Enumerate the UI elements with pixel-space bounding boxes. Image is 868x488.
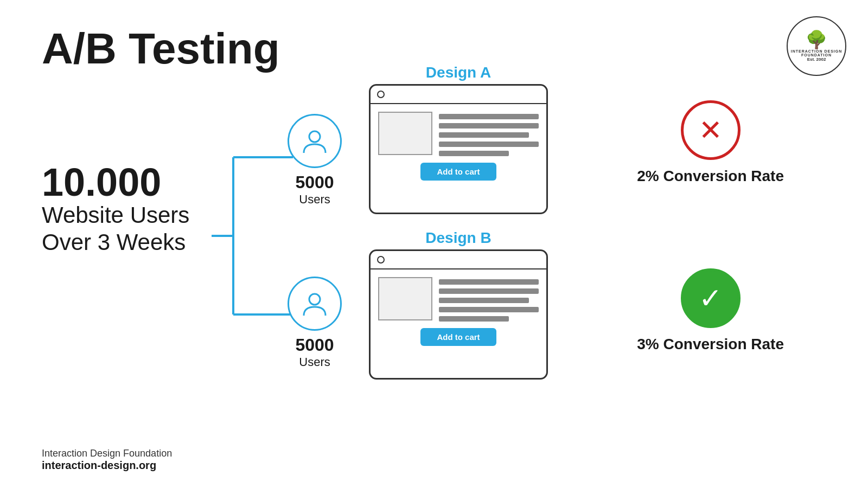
user-group-b: 5000 Users: [288, 277, 342, 369]
svg-point-4: [309, 131, 320, 142]
browser-a: Add to cart: [369, 84, 548, 214]
result-a-circle: ✕: [681, 100, 741, 160]
svg-point-5: [309, 294, 320, 305]
browser-b-dot: [377, 256, 385, 264]
user-label-b: Users: [288, 355, 342, 369]
users-label: Website Users Over 3 Weeks: [42, 202, 189, 256]
browser-a-image: [378, 112, 432, 155]
result-b-circle: ✓: [681, 268, 741, 328]
result-b: ✓ 3% Conversion Rate: [637, 268, 784, 353]
line2: [439, 288, 539, 294]
page-title: A/B Testing: [42, 25, 280, 73]
line3: [439, 298, 529, 303]
browser-b: Add to cart: [369, 249, 548, 380]
logo-text: INTERACTION DESIGNFOUNDATION: [791, 49, 843, 57]
logo: 🌳 INTERACTION DESIGNFOUNDATION Est. 2002: [787, 16, 846, 76]
user-count-b: 5000: [288, 335, 342, 355]
browser-b-lines: [439, 277, 539, 322]
design-b-label: Design B: [369, 229, 548, 247]
user-group-a: 5000 Users: [288, 114, 342, 207]
user-count-a: 5000: [288, 172, 342, 192]
design-a-label: Design A: [369, 64, 548, 81]
line2: [439, 123, 539, 129]
line4: [439, 142, 539, 147]
fail-icon: ✕: [699, 116, 723, 144]
logo-tree-icon: 🌳: [806, 31, 827, 48]
line3: [439, 132, 529, 138]
line1: [439, 114, 539, 119]
line5: [439, 151, 509, 156]
line5: [439, 316, 509, 322]
line1: [439, 279, 539, 285]
line4: [439, 307, 539, 312]
users-number: 10.000: [42, 163, 189, 202]
user-circle-b: [288, 277, 342, 331]
footer: Interaction Design Foundation interactio…: [42, 448, 172, 472]
logo-est: Est. 2002: [807, 57, 826, 62]
result-a-text: 2% Conversion Rate: [637, 168, 784, 185]
footer-url: interaction-design.org: [42, 459, 172, 472]
result-b-text: 3% Conversion Rate: [637, 336, 784, 353]
add-to-cart-b[interactable]: Add to cart: [420, 328, 496, 346]
browser-a-lines: [439, 112, 539, 156]
browser-a-dot: [377, 91, 385, 98]
browser-b-image: [378, 277, 432, 320]
footer-org: Interaction Design Foundation: [42, 448, 172, 459]
add-to-cart-a[interactable]: Add to cart: [420, 163, 496, 181]
user-label-a: Users: [288, 192, 342, 207]
result-a: ✕ 2% Conversion Rate: [637, 100, 784, 185]
success-icon: ✓: [699, 284, 723, 312]
users-block: 10.000 Website Users Over 3 Weeks: [42, 163, 189, 256]
user-circle-a: [288, 114, 342, 168]
